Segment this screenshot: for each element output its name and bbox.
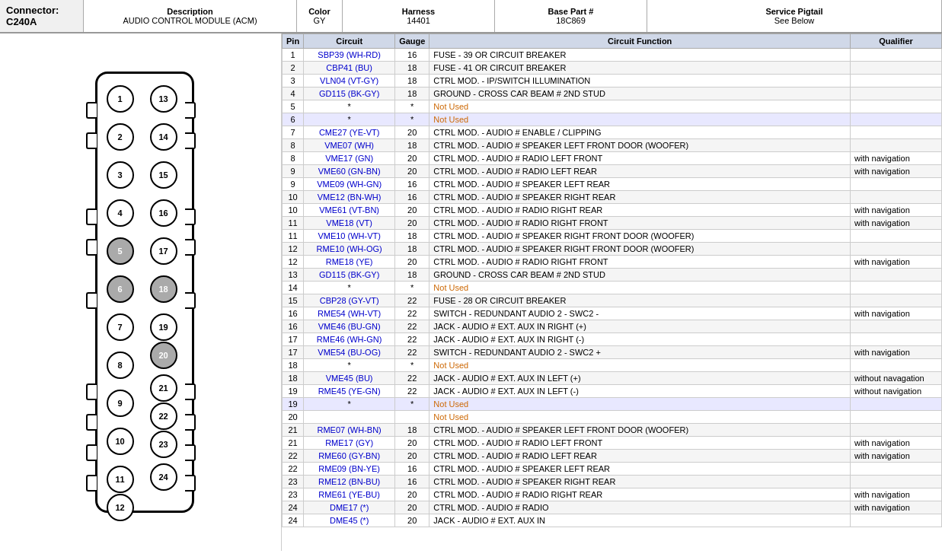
col-function: Circuit Function (429, 34, 851, 49)
cell-pin: 11 (283, 230, 304, 243)
col-pin: Pin (283, 34, 304, 49)
tab-right-9 (185, 475, 196, 492)
basepart-label: Base Part # (548, 7, 594, 16)
cell-circuit: CME27 (YE-VT) (304, 126, 395, 139)
cell-gauge: 20 (395, 165, 429, 178)
cell-qualifier: with navigation (851, 152, 942, 165)
pin-15: 15 (150, 161, 177, 189)
pin-22: 22 (150, 402, 177, 430)
cell-pin: 16 (283, 320, 304, 333)
table-row: 8VME17 (GN)20CTRL MOD. - AUDIO # RADIO L… (283, 152, 942, 165)
cell-qualifier (851, 75, 942, 88)
cell-function: CTRL MOD. - AUDIO # RADIO LEFT REAR (429, 450, 851, 463)
table-row: 18**Not Used (283, 359, 942, 372)
tab-left-1 (86, 102, 97, 119)
cell-function: Not Used (429, 282, 851, 294)
table-row: 10VME61 (VT-BN)20CTRL MOD. - AUDIO # RAD… (283, 204, 942, 217)
tab-right-7 (185, 414, 196, 431)
cell-qualifier (851, 476, 942, 488)
table-row: 4GD115 (BK-GY)18GROUND - CROSS CAR BEAM … (283, 88, 942, 100)
tab-right-8 (185, 444, 196, 461)
cell-circuit: RME07 (WH-BN) (304, 424, 395, 437)
cell-pin: 18 (283, 372, 304, 385)
cell-circuit: * (304, 398, 395, 411)
cell-function: FUSE - 28 OR CIRCUIT BREAKER (429, 294, 851, 307)
cell-qualifier (851, 294, 942, 307)
cell-function: Not Used (429, 359, 851, 372)
tab-left-5 (86, 292, 97, 309)
table-body: 1SBP39 (WH-RD)16FUSE - 39 OR CIRCUIT BRE… (283, 49, 942, 527)
cell-gauge: * (395, 359, 429, 372)
cell-qualifier (851, 88, 942, 100)
cell-function: Not Used (429, 411, 851, 424)
table-row: 13GD115 (BK-GY)18GROUND - CROSS CAR BEAM… (283, 269, 942, 282)
cell-gauge: * (395, 398, 429, 411)
cell-function: CTRL MOD. - AUDIO # SPEAKER LEFT FRONT D… (429, 139, 851, 152)
cell-gauge: 20 (395, 152, 429, 165)
cell-pin: 10 (283, 204, 304, 217)
description-label: Description (167, 7, 213, 16)
cell-function: CTRL MOD. - AUDIO # SPEAKER RIGHT REAR (429, 191, 851, 204)
cell-pin: 19 (283, 385, 304, 398)
tab-left-2 (86, 132, 97, 149)
cell-pin: 20 (283, 411, 304, 424)
cell-function: JACK - AUDIO # EXT. AUX IN (429, 514, 851, 527)
cell-gauge: * (395, 100, 429, 113)
cell-circuit: CBP41 (BU) (304, 62, 395, 75)
table-row: 19RME45 (YE-GN)22JACK - AUDIO # EXT. AUX… (283, 385, 942, 398)
cell-function: FUSE - 39 OR CIRCUIT BREAKER (429, 49, 851, 62)
cell-qualifier (851, 62, 942, 75)
table-row: 17RME46 (WH-GN)22JACK - AUDIO # EXT. AUX… (283, 333, 942, 346)
cell-gauge: 18 (395, 75, 429, 88)
cell-function: CTRL MOD. - AUDIO # SPEAKER LEFT REAR (429, 463, 851, 476)
main-content: 1 2 3 4 5 6 7 8 9 10 11 12 13 14 15 16 1… (0, 33, 942, 551)
pin-18: 18 (150, 275, 177, 303)
cell-function: CTRL MOD. - AUDIO # SPEAKER RIGHT REAR (429, 476, 851, 488)
cell-pin: 5 (283, 100, 304, 113)
cell-circuit: VME12 (BN-WH) (304, 191, 395, 204)
diagram-area: 1 2 3 4 5 6 7 8 9 10 11 12 13 14 15 16 1… (0, 33, 282, 551)
tab-left-8 (86, 444, 97, 461)
table-row: 17VME54 (BU-OG)22SWITCH - REDUNDANT AUDI… (283, 346, 942, 359)
cell-circuit: * (304, 113, 395, 126)
tab-left-3 (86, 208, 97, 225)
connector-diagram: 1 2 3 4 5 6 7 8 9 10 11 12 13 14 15 16 1… (65, 56, 217, 543)
cell-circuit: VME09 (WH-GN) (304, 178, 395, 191)
cell-function: JACK - AUDIO # EXT. AUX IN RIGHT (+) (429, 320, 851, 333)
cell-pin: 9 (283, 178, 304, 191)
tab-right-2 (185, 132, 196, 149)
table-row: 18VME45 (BU)22JACK - AUDIO # EXT. AUX IN… (283, 372, 942, 385)
cell-qualifier (851, 463, 942, 476)
cell-circuit: RME10 (WH-OG) (304, 243, 395, 256)
table-row: 1SBP39 (WH-RD)16FUSE - 39 OR CIRCUIT BRE… (283, 49, 942, 62)
tab-left-6 (86, 383, 97, 400)
header: Connector: C240A Description AUDIO CONTR… (0, 0, 942, 33)
connector-cell: Connector: C240A (0, 0, 84, 32)
table-row: 2CBP41 (BU)18FUSE - 41 OR CIRCUIT BREAKE… (283, 62, 942, 75)
table-row: 16RME54 (WH-VT)22SWITCH - REDUNDANT AUDI… (283, 307, 942, 320)
cell-qualifier (851, 230, 942, 243)
cell-function: CTRL MOD. - AUDIO # SPEAKER LEFT REAR (429, 178, 851, 191)
servicepigtail-label: Service Pigtail (765, 7, 822, 16)
table-row: 21RME17 (GY)20CTRL MOD. - AUDIO # RADIO … (283, 437, 942, 450)
cell-qualifier (851, 113, 942, 126)
cell-gauge: 20 (395, 437, 429, 450)
table-row: 14**Not Used (283, 282, 942, 294)
col-circuit: Circuit (304, 34, 395, 49)
pin-12: 12 (107, 494, 134, 521)
table-row: 12RME10 (WH-OG)18CTRL MOD. - AUDIO # SPE… (283, 243, 942, 256)
cell-pin: 16 (283, 307, 304, 320)
basepart-cell: Base Part # 18C869 (495, 0, 647, 32)
cell-qualifier (851, 178, 942, 191)
cell-gauge: 20 (395, 514, 429, 527)
pin-23: 23 (150, 431, 177, 458)
cell-qualifier (851, 320, 942, 333)
cell-pin: 14 (283, 282, 304, 294)
cell-gauge: 16 (395, 178, 429, 191)
cell-gauge: 18 (395, 62, 429, 75)
cell-gauge: 16 (395, 49, 429, 62)
cell-gauge: 18 (395, 243, 429, 256)
tab-left-7 (86, 414, 97, 431)
table-row: 15CBP28 (GY-VT)22FUSE - 28 OR CIRCUIT BR… (283, 294, 942, 307)
harness-label: Harness (402, 7, 435, 16)
